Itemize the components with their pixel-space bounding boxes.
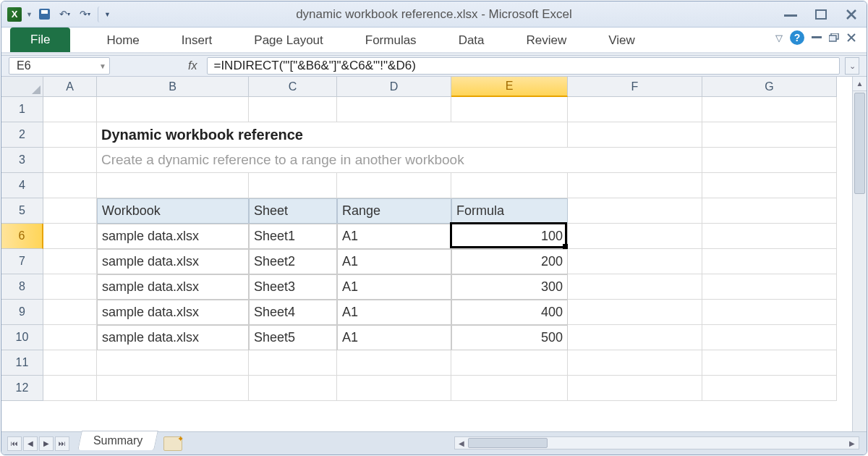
sheet-nav-prev[interactable]: ◀ bbox=[23, 436, 38, 451]
worksheet-area: ABCDEFG 123456789101112 Dynamic workbook… bbox=[1, 77, 867, 431]
table-cell[interactable]: A1 bbox=[337, 325, 451, 350]
table-cell[interactable]: Sheet2 bbox=[249, 249, 337, 274]
row-header-3[interactable]: 3 bbox=[1, 148, 43, 173]
window-title: dynamic workbook reference.xlsx - Micros… bbox=[1, 7, 867, 22]
horizontal-scrollbar[interactable]: ◀ ▶ bbox=[454, 436, 859, 449]
close-button[interactable] bbox=[842, 8, 861, 21]
grid[interactable]: ABCDEFG 123456789101112 Dynamic workbook… bbox=[1, 77, 852, 431]
column-header-D[interactable]: D bbox=[337, 77, 451, 97]
table-cell[interactable]: sample data.xlsx bbox=[97, 274, 249, 300]
name-box[interactable]: E6▼ bbox=[9, 57, 110, 75]
subheading-cell[interactable]: Create a dynamic reference to a range in… bbox=[97, 148, 702, 173]
row-header-1[interactable]: 1 bbox=[1, 97, 43, 122]
sheet-tab-summary[interactable]: Summary bbox=[77, 431, 158, 450]
formula-bar-expand-icon[interactable]: ⌄ bbox=[845, 57, 859, 75]
file-tab[interactable]: File bbox=[10, 28, 70, 52]
minimize-button[interactable] bbox=[781, 8, 800, 21]
table-cell[interactable]: Sheet1 bbox=[249, 224, 337, 249]
row-header-4[interactable]: 4 bbox=[1, 173, 43, 198]
heading-cell[interactable]: Dynamic workbook reference bbox=[97, 122, 568, 148]
tab-data[interactable]: Data bbox=[444, 29, 499, 52]
row-header-5[interactable]: 5 bbox=[1, 198, 43, 224]
doc-close-icon[interactable] bbox=[846, 33, 856, 43]
table-cell[interactable]: sample data.xlsx bbox=[97, 325, 249, 350]
svg-rect-1 bbox=[816, 10, 826, 19]
column-header-G[interactable]: G bbox=[702, 77, 837, 97]
tab-page-layout[interactable]: Page Layout bbox=[239, 29, 337, 52]
scroll-up-button[interactable]: ▲ bbox=[853, 77, 867, 91]
table-cell[interactable]: 200 bbox=[451, 249, 568, 274]
row-header-12[interactable]: 12 bbox=[1, 376, 43, 401]
sheet-tab-bar: ⏮ ◀ ▶ ⏭ Summary ◀ ▶ bbox=[1, 431, 867, 455]
help-icon[interactable]: ? bbox=[790, 30, 804, 45]
formula-bar: E6▼ fx =INDIRECT("'["&B6&"]"&C6&"'!"&D6)… bbox=[1, 55, 867, 77]
horizontal-scroll-track[interactable] bbox=[468, 437, 846, 449]
column-header-C[interactable]: C bbox=[249, 77, 337, 97]
tab-review[interactable]: Review bbox=[512, 29, 582, 52]
table-cell[interactable]: Sheet5 bbox=[249, 325, 337, 350]
table-cell[interactable]: A1 bbox=[337, 224, 451, 249]
table-cell[interactable]: sample data.xlsx bbox=[97, 249, 249, 274]
name-box-dropdown-icon[interactable]: ▼ bbox=[99, 62, 106, 70]
scroll-right-button[interactable]: ▶ bbox=[846, 437, 859, 449]
sheet-nav-next[interactable]: ▶ bbox=[39, 436, 54, 451]
ribbon-tabs: File Home Insert Page Layout Formulas Da… bbox=[1, 28, 867, 52]
vertical-scrollbar[interactable]: ▲ bbox=[852, 77, 867, 431]
doc-minimize-icon[interactable] bbox=[812, 36, 822, 39]
tab-formulas[interactable]: Formulas bbox=[351, 29, 431, 52]
scroll-left-button[interactable]: ◀ bbox=[455, 437, 468, 449]
table-cell[interactable]: 300 bbox=[451, 274, 568, 300]
row-header-2[interactable]: 2 bbox=[1, 122, 43, 148]
fx-label[interactable]: fx bbox=[188, 59, 197, 72]
formula-input[interactable]: =INDIRECT("'["&B6&"]"&C6&"'!"&D6) bbox=[207, 57, 840, 75]
redo-button[interactable]: ↷▾ bbox=[77, 7, 93, 22]
row-header-6[interactable]: 6 bbox=[1, 224, 43, 249]
table-cell[interactable]: sample data.xlsx bbox=[97, 300, 249, 325]
table-cell[interactable]: sample data.xlsx bbox=[97, 224, 249, 249]
app-menu-dropdown-icon[interactable]: ▼ bbox=[26, 11, 33, 18]
save-button[interactable] bbox=[37, 7, 53, 22]
column-header-B[interactable]: B bbox=[97, 77, 249, 97]
svg-rect-4 bbox=[829, 35, 836, 41]
row-header-10[interactable]: 10 bbox=[1, 325, 43, 350]
row-header-7[interactable]: 7 bbox=[1, 249, 43, 274]
table-cell[interactable]: Sheet4 bbox=[249, 300, 337, 325]
column-header-A[interactable]: A bbox=[43, 77, 97, 97]
maximize-button[interactable] bbox=[812, 8, 830, 21]
table-cell[interactable]: A1 bbox=[337, 274, 451, 300]
row-header-8[interactable]: 8 bbox=[1, 274, 43, 300]
table-header-workbook[interactable]: Workbook bbox=[97, 198, 249, 224]
table-header-sheet[interactable]: Sheet bbox=[249, 198, 337, 224]
table-cell[interactable]: A1 bbox=[337, 249, 451, 274]
table-cell[interactable]: 400 bbox=[451, 300, 568, 325]
tab-view[interactable]: View bbox=[594, 29, 650, 52]
window-controls bbox=[781, 8, 861, 21]
sheet-tab-label: Summary bbox=[93, 434, 142, 447]
select-all-button[interactable] bbox=[1, 77, 43, 97]
row-header-9[interactable]: 9 bbox=[1, 300, 43, 325]
tab-insert[interactable]: Insert bbox=[167, 29, 227, 52]
sheet-nav-first[interactable]: ⏮ bbox=[7, 436, 22, 451]
tab-home[interactable]: Home bbox=[92, 29, 153, 52]
new-sheet-button[interactable] bbox=[163, 436, 182, 451]
table-cell[interactable]: 100 bbox=[451, 224, 568, 249]
table-cell[interactable]: A1 bbox=[337, 300, 451, 325]
table-header-range[interactable]: Range bbox=[337, 198, 451, 224]
row-header-11[interactable]: 11 bbox=[1, 350, 43, 376]
table-header-formula[interactable]: Formula bbox=[451, 198, 568, 224]
vertical-scroll-thumb[interactable] bbox=[854, 93, 865, 194]
doc-restore-icon[interactable] bbox=[829, 33, 839, 42]
ribbon-minimize-icon[interactable]: ▽ bbox=[775, 33, 783, 43]
table-cell[interactable]: Sheet3 bbox=[249, 274, 337, 300]
horizontal-scroll-thumb[interactable] bbox=[468, 438, 548, 448]
qat-customize-icon[interactable]: ▼ bbox=[98, 7, 114, 22]
column-header-F[interactable]: F bbox=[568, 77, 702, 97]
table-cell[interactable]: 500 bbox=[451, 325, 568, 350]
sheet-nav-last[interactable]: ⏭ bbox=[55, 436, 69, 451]
quick-access-toolbar: X ▼ ↶▾ ↷▾ ▼ bbox=[7, 7, 114, 22]
svg-rect-0 bbox=[784, 14, 797, 17]
excel-logo-icon[interactable]: X bbox=[7, 7, 22, 22]
row-headers: 123456789101112 bbox=[1, 97, 43, 401]
undo-button[interactable]: ↶▾ bbox=[57, 7, 73, 22]
column-header-E[interactable]: E bbox=[451, 77, 568, 97]
